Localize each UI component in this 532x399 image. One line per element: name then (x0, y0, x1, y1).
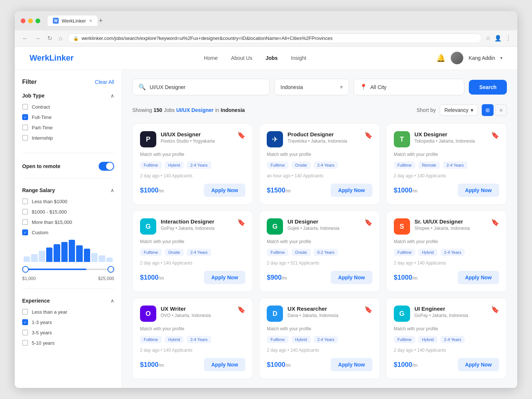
job-card-header-5: S Sr. UI/UX Designer Shopee • Jakarta, I… (394, 218, 499, 235)
job-card-0[interactable]: P UI/UX Designer Pixelzo Studio • Yogyak… (132, 123, 253, 205)
exp-1-3yr[interactable]: 1-3 years (22, 319, 114, 325)
salary-custom[interactable]: Custom (22, 229, 114, 235)
close-button[interactable] (21, 18, 25, 23)
parttime-checkbox[interactable] (22, 125, 28, 130)
exp-5-10yr[interactable]: 5-10 years (22, 340, 114, 346)
range-thumb-min[interactable] (22, 266, 29, 273)
exp-less-1yr[interactable]: Less than a year (22, 309, 114, 315)
apply-button-4[interactable]: Apply Now (331, 271, 372, 284)
bookmark-icon-8[interactable]: 🔖 (491, 306, 499, 314)
tag-hybrid-7: Hybrid (291, 336, 311, 343)
notification-icon[interactable]: 🔔 (436, 54, 446, 62)
bookmark-icon-6[interactable]: 🔖 (237, 306, 245, 314)
salary-less-1000-checkbox[interactable] (22, 198, 28, 204)
job-type-internship[interactable]: Internship (22, 135, 114, 141)
nav-home[interactable]: Home (204, 55, 218, 61)
contract-checkbox[interactable] (22, 104, 28, 110)
salary-1000-15000[interactable]: $1000 - $15,000 (22, 209, 114, 215)
city-select[interactable]: 📍 All City (354, 79, 464, 95)
country-select[interactable]: Indonesia ▾ (274, 79, 349, 95)
job-card-2[interactable]: T UX Designer Tokopedia • Jakarta, Indon… (386, 123, 507, 205)
salary-5: $1000/m (394, 274, 418, 282)
home-button[interactable]: ⌂ (57, 34, 64, 42)
exp-less-1yr-checkbox[interactable] (22, 309, 28, 315)
sort-select[interactable]: Relevancy ▾ (440, 105, 478, 116)
salary-less-1000[interactable]: Less than $1000 (22, 198, 114, 204)
bookmark-icon-3[interactable]: 🔖 (237, 218, 245, 226)
salary-header[interactable]: Range Salary ∧ (22, 187, 114, 193)
tab-close-icon[interactable]: ✕ (89, 18, 92, 23)
clear-all-button[interactable]: Clear All (95, 79, 114, 85)
bookmark-icon-5[interactable]: 🔖 (491, 218, 499, 226)
chevron-down-icon[interactable]: ▾ (500, 55, 502, 61)
job-type-header[interactable]: Job Type ∧ (22, 93, 114, 99)
job-card-3[interactable]: G Interaction Designer GoPay • Jakarta, … (132, 211, 253, 292)
apply-button-5[interactable]: Apply Now (458, 271, 499, 284)
remote-toggle[interactable] (99, 162, 114, 171)
salary-custom-checkbox[interactable] (22, 229, 28, 235)
salary-more-15000-checkbox[interactable] (22, 219, 28, 225)
apply-button-7[interactable]: Apply Now (331, 358, 372, 371)
apply-button-0[interactable]: Apply Now (204, 184, 245, 197)
job-card-6[interactable]: O UX Writer OVO • Jakarta, Indonesia 🔖 M… (132, 298, 253, 379)
grid-view-button[interactable]: ⊞ (482, 104, 494, 116)
search-input-wrap[interactable]: 🔍 (132, 79, 270, 95)
search-button[interactable]: Search (469, 80, 507, 95)
minimize-button[interactable] (28, 18, 33, 23)
apply-button-8[interactable]: Apply Now (458, 358, 499, 371)
menu-icon[interactable]: ⋮ (505, 35, 511, 42)
job-card-7[interactable]: D UX Researcher Dana • Jakarta, Indonesi… (259, 298, 380, 379)
exp-3-5yr-checkbox[interactable] (22, 330, 28, 335)
job-type-parttime[interactable]: Part-Time (22, 125, 114, 130)
forward-button[interactable]: → (33, 34, 42, 42)
apply-button-6[interactable]: Apply Now (204, 358, 245, 371)
refresh-button[interactable]: ↻ (46, 34, 54, 42)
fulltime-checkbox[interactable] (22, 114, 28, 120)
star-icon[interactable]: ☆ (485, 35, 491, 42)
nav-about[interactable]: About Us (231, 55, 252, 61)
bookmark-icon-4[interactable]: 🔖 (364, 218, 372, 226)
new-tab-button[interactable]: + (99, 17, 103, 25)
exp-3-5yr[interactable]: 3-5 years (22, 330, 114, 335)
job-card-5[interactable]: S Sr. UI/UX Designer Shopee • Jakarta, I… (386, 211, 507, 292)
apply-button-3[interactable]: Apply Now (204, 271, 245, 284)
apply-button-2[interactable]: Apply Now (458, 184, 499, 197)
url-text: werklinker.com/jobs/search/explore?keywo… (82, 35, 333, 41)
exp-1-3yr-checkbox[interactable] (22, 319, 28, 325)
nav-insight[interactable]: Insight (291, 55, 306, 61)
bookmark-icon-2[interactable]: 🔖 (491, 131, 499, 139)
job-card-4[interactable]: G UI Designer Gojek • Jakarta, Indonesia… (259, 211, 380, 292)
user-name: Kang Addin (468, 55, 495, 61)
job-type-fulltime[interactable]: Full-Time (22, 114, 114, 120)
salary-more-15000[interactable]: More than $15,000 (22, 219, 114, 225)
bookmark-icon-0[interactable]: 🔖 (237, 131, 245, 139)
salary-range-slider[interactable] (22, 266, 114, 273)
address-bar[interactable]: 🔒 werklinker.com/jobs/search/explore?key… (68, 33, 482, 43)
range-thumb-max[interactable] (108, 266, 114, 273)
apply-button-1[interactable]: Apply Now (331, 184, 372, 197)
main-content: Filter Clear All Job Type ∧ Contract (15, 70, 517, 388)
company-logo-4: G (267, 218, 283, 235)
profile-icon[interactable]: 👤 (494, 35, 502, 42)
job-card-1[interactable]: ✈ Product Designer Traveloka • Jakarta, … (259, 123, 380, 205)
toggle-knob (106, 163, 113, 170)
avatar-image (451, 52, 463, 64)
job-type-contract[interactable]: Contract (22, 104, 114, 110)
maximize-button[interactable] (35, 18, 40, 23)
experience-header[interactable]: Experience ∧ (22, 298, 114, 304)
job-card-8[interactable]: G UI Engineer GoPay • Jakarta, Indonesia… (386, 298, 507, 379)
nav-jobs[interactable]: Jobs (266, 55, 278, 61)
exp-5-10yr-checkbox[interactable] (22, 340, 28, 346)
tag-onsite-3: Onsite (165, 249, 184, 256)
bookmark-icon-7[interactable]: 🔖 (364, 306, 372, 314)
company-location-1: Traveloka • Jakarta, Indonesia (287, 139, 347, 144)
bookmark-icon-1[interactable]: 🔖 (364, 131, 372, 139)
keyword-input[interactable] (150, 84, 263, 90)
avatar (451, 52, 463, 64)
back-button[interactable]: ← (21, 34, 30, 42)
tag-exp-0: 2-4 Years (187, 161, 211, 169)
salary-1000-15000-checkbox[interactable] (22, 209, 28, 215)
list-view-button[interactable]: ≡ (495, 104, 507, 116)
browser-tab-active[interactable]: W WerkLinker ✕ (48, 16, 98, 26)
internship-checkbox[interactable] (22, 135, 28, 141)
